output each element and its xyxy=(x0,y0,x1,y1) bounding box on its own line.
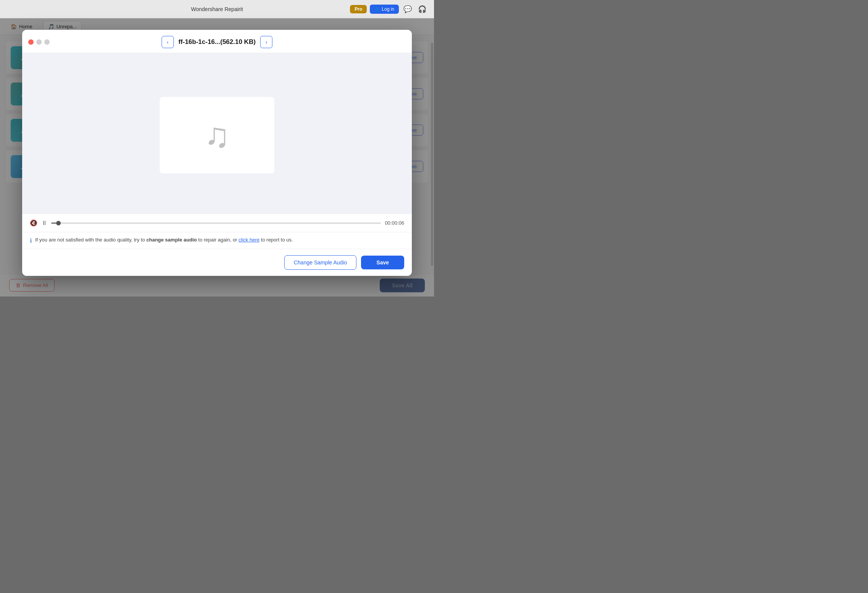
music-note-icon: ♫ xyxy=(204,118,230,152)
modal-overlay: ‹ ff-16b-1c-16...(562.10 KB) › ♫ 🔇 ⏸ xyxy=(0,18,434,296)
duration-label: 00:00:06 xyxy=(385,220,404,226)
login-button[interactable]: 👤 Log in xyxy=(370,5,399,14)
user-icon: 👤 xyxy=(374,6,380,12)
audio-preview-display: ♫ xyxy=(160,97,274,173)
progress-fill xyxy=(51,222,59,224)
audio-controls: 🔇 ⏸ 00:00:06 xyxy=(22,214,412,232)
mute-icon[interactable]: 🔇 xyxy=(30,219,37,227)
next-file-button[interactable]: › xyxy=(260,36,272,48)
preview-modal: ‹ ff-16b-1c-16...(562.10 KB) › ♫ 🔇 ⏸ xyxy=(22,30,412,276)
modal-footer: Change Sample Audio Save xyxy=(22,249,412,276)
traffic-lights xyxy=(28,39,50,45)
app-background: 🏠 Home 🎵 Unrepa... ♪ Save ♪ Save ♪ Save … xyxy=(0,18,434,296)
chevron-left-icon: ‹ xyxy=(167,39,169,45)
modal-navigation: ‹ ff-16b-1c-16...(562.10 KB) › xyxy=(162,36,272,48)
modal-body: ♫ xyxy=(22,53,412,214)
close-window-button[interactable] xyxy=(28,39,34,45)
progress-thumb xyxy=(56,221,61,225)
info-icon: ℹ xyxy=(30,237,32,244)
app-title: Wondershare Repairit xyxy=(191,6,243,12)
info-text-area: ℹ If you are not satisfied with the audi… xyxy=(22,232,412,249)
maximize-window-button[interactable] xyxy=(44,39,50,45)
prev-file-button[interactable]: ‹ xyxy=(162,36,174,48)
pro-badge: Pro xyxy=(350,5,367,13)
title-bar: Wondershare Repairit Pro 👤 Log in 💬 🎧 xyxy=(0,0,434,18)
modal-title-bar: ‹ ff-16b-1c-16...(562.10 KB) › xyxy=(22,30,412,53)
headphone-icon-button[interactable]: 🎧 xyxy=(416,3,428,15)
change-sample-audio-button[interactable]: Change Sample Audio xyxy=(284,255,356,270)
chat-icon-button[interactable]: 💬 xyxy=(402,3,413,15)
title-bar-actions: Pro 👤 Log in 💬 🎧 xyxy=(350,3,428,15)
modal-save-button[interactable]: Save xyxy=(361,256,404,269)
chevron-right-icon: › xyxy=(266,39,267,45)
info-message: If you are not satisfied with the audio … xyxy=(35,237,293,243)
progress-bar[interactable] xyxy=(51,222,381,224)
click-here-link[interactable]: click here xyxy=(238,237,259,243)
minimize-window-button[interactable] xyxy=(36,39,42,45)
pause-icon[interactable]: ⏸ xyxy=(41,220,47,227)
modal-filename: ff-16b-1c-16...(562.10 KB) xyxy=(178,38,256,46)
